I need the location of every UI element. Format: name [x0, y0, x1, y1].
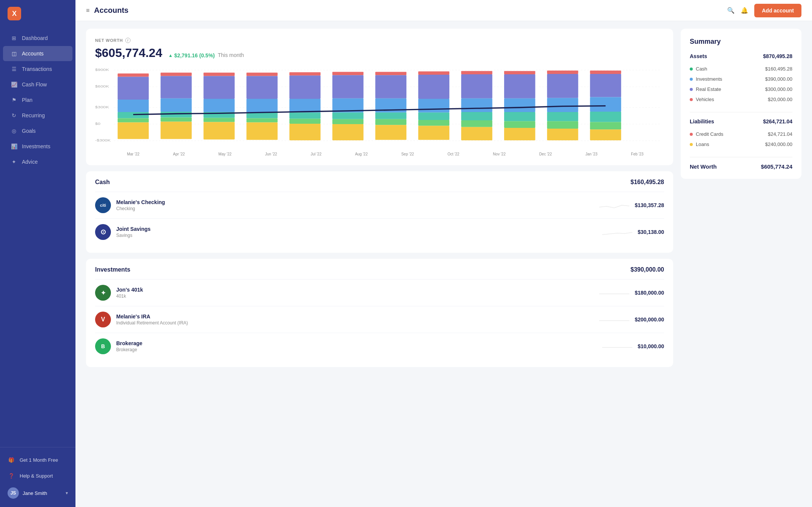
svg-rect-28	[246, 73, 278, 76]
svg-rect-30	[246, 99, 278, 112]
account-info: Joint Savings Savings	[116, 226, 597, 238]
sidebar-item-label: Plan	[22, 97, 32, 103]
menu-icon[interactable]: ≡	[86, 7, 89, 14]
svg-rect-60	[461, 98, 492, 112]
svg-rect-21	[161, 121, 192, 139]
content-area: NET WORTH i $605,774.24 ▲ $2,791.16 (0.5…	[75, 21, 812, 507]
liabilities-total: $264,721.04	[763, 118, 792, 124]
logo-icon: X	[8, 7, 21, 20]
svg-rect-69	[504, 128, 535, 140]
cash-section: Cash $160,495.28 citi Melanie's Checking…	[86, 171, 673, 253]
sidebar-item-cashflow[interactable]: 📈 Cash Flow	[3, 77, 72, 92]
svg-rect-75	[547, 129, 578, 140]
bell-icon[interactable]: 🔔	[741, 7, 748, 14]
svg-rect-72	[547, 98, 578, 112]
dashboard-icon: ⊞	[11, 35, 17, 41]
vehicles-dot	[690, 98, 693, 101]
sidebar-item-label: Cash Flow	[22, 81, 47, 88]
search-icon[interactable]: 🔍	[727, 7, 735, 14]
assets-section: Assets $870,495.28 Cash $160,495.28 Inve…	[690, 53, 792, 104]
sidebar-item-advice[interactable]: ✦ Advice	[3, 154, 72, 169]
sidebar-item-investments[interactable]: 📊 Investments	[3, 139, 72, 154]
chart-label-may: May '22	[218, 152, 232, 156]
svg-rect-45	[332, 124, 364, 140]
account-type: Individual Retirement Account (IRA)	[116, 320, 594, 326]
svg-rect-17	[161, 76, 192, 98]
liabilities-section: Liabilities $264,721.04 Credit Cards $24…	[690, 118, 792, 149]
svg-rect-58	[461, 71, 492, 74]
chart-label-nov: Nov '22	[493, 152, 506, 156]
net-worth-value-summary: $605,774.24	[761, 163, 792, 170]
cash-section-title: Cash	[95, 179, 110, 186]
table-row[interactable]: V Melanie's IRA Individual Retirement Ac…	[95, 306, 664, 333]
change-amount: $2,791.16 (0.5%)	[174, 52, 215, 58]
content-left: NET WORTH i $605,774.24 ▲ $2,791.16 (0.5…	[86, 29, 673, 499]
sidebar-item-recurring[interactable]: ↻ Recurring	[3, 108, 72, 123]
account-info: Jon's 401k 401k	[116, 287, 594, 299]
summary-row-value: $24,721.04	[768, 131, 792, 137]
summary-row-value: $240,000.00	[765, 141, 792, 147]
summary-divider	[690, 112, 792, 112]
topbar-right: 🔍 🔔 Add account	[727, 4, 801, 17]
summary-title: Summary	[690, 38, 792, 46]
chart-x-labels: Mar '22 Apr '22 May '22 Jun '22 Jul '22 …	[95, 152, 664, 156]
sidebar-item-label: Transactions	[22, 66, 52, 72]
account-balance: $200,000.00	[635, 316, 664, 323]
svg-rect-54	[418, 99, 449, 112]
svg-rect-22	[203, 73, 235, 76]
svg-rect-38	[289, 119, 321, 124]
sidebar-item-plan[interactable]: ⚑ Plan	[3, 92, 72, 108]
summary-row: Investments $390,000.00	[690, 74, 792, 84]
summary-row-value: $390,000.00	[765, 76, 792, 82]
account-info: Brokerage Brokerage	[116, 340, 597, 352]
chevron-down-icon: ▾	[66, 490, 68, 496]
summary-row: Loans $240,000.00	[690, 139, 792, 149]
summary-row: Credit Cards $24,721.04	[690, 129, 792, 139]
promo-item[interactable]: 🎁 Get 1 Month Free	[0, 452, 75, 468]
svg-text:$300K: $300K	[95, 105, 109, 109]
account-balance: $30,138.00	[638, 229, 664, 235]
cash-dot	[690, 68, 693, 71]
sidebar-item-goals[interactable]: ◎ Goals	[3, 123, 72, 138]
user-profile[interactable]: JS Jane Smith ▾	[0, 484, 75, 502]
svg-rect-12	[118, 100, 149, 112]
table-row[interactable]: citi Melanie's Checking Checking $130,35…	[95, 192, 664, 218]
assets-header: Assets $870,495.28	[690, 53, 792, 59]
chart-label-jul: Jul '22	[311, 152, 321, 156]
sidebar-item-label: Accounts	[22, 51, 44, 57]
table-row[interactable]: B Brokerage Brokerage $10,000.00	[95, 333, 664, 360]
loans-dot	[690, 143, 693, 146]
cashflow-icon: 📈	[11, 81, 17, 88]
account-name: Jon's 401k	[116, 287, 594, 293]
sidebar-item-accounts[interactable]: ◫ Accounts	[3, 46, 72, 61]
svg-rect-78	[590, 97, 621, 112]
svg-rect-65	[504, 74, 535, 98]
investments-section: Investments $390,000.00 ✦ Jon's 401k 401…	[86, 259, 673, 367]
assets-label: Assets	[690, 53, 707, 59]
sidebar-item-transactions[interactable]: ☰ Transactions	[3, 61, 72, 77]
svg-rect-77	[590, 74, 621, 97]
add-account-button[interactable]: Add account	[754, 4, 801, 17]
svg-rect-53	[418, 75, 449, 99]
summary-row-label: Real Estate	[696, 86, 762, 92]
table-row[interactable]: ⊙ Joint Savings Savings $30,138.00	[95, 218, 664, 245]
account-type: Savings	[116, 233, 597, 238]
svg-rect-37	[289, 112, 321, 119]
svg-rect-43	[332, 112, 364, 119]
recurring-icon: ↻	[11, 112, 17, 119]
change-period: This month	[218, 52, 244, 58]
net-worth-label: Net Worth	[690, 163, 717, 170]
investments-section-header: Investments $390,000.00	[95, 266, 664, 273]
svg-rect-64	[504, 71, 535, 74]
summary-row-value: $20,000.00	[768, 97, 792, 102]
sidebar-item-dashboard[interactable]: ⊞ Dashboard	[3, 31, 72, 46]
net-worth-change: ▲ $2,791.16 (0.5%)	[168, 52, 215, 58]
account-name: Joint Savings	[116, 226, 597, 232]
account-info: Melanie's IRA Individual Retirement Acco…	[116, 313, 594, 326]
table-row[interactable]: ✦ Jon's 401k 401k $180,000.00	[95, 279, 664, 306]
sidebar: X ⊞ Dashboard ◫ Accounts ☰ Transactions …	[0, 0, 75, 507]
citi-logo: citi	[95, 197, 111, 213]
support-item[interactable]: ❓ Help & Support	[0, 468, 75, 484]
brokerage-logo: B	[95, 338, 111, 354]
chart-label-mar: Mar '22	[127, 152, 139, 156]
